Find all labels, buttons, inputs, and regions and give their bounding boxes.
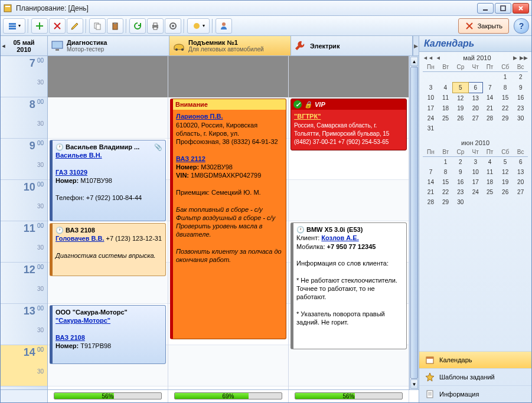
svg-rect-0 bbox=[4, 5, 11, 12]
edit-button[interactable] bbox=[67, 18, 83, 34]
grid-col-2[interactable]: ✓🔒VIP "ВГТРК" Россия, Самарская область,… bbox=[289, 56, 409, 389]
grid-col-1[interactable]: Внимание Ларионов П.В. 610020, Россия, К… bbox=[168, 56, 289, 389]
column-header-2[interactable]: Электрик bbox=[291, 36, 413, 55]
scroll-down-button[interactable]: ▼ bbox=[410, 379, 418, 389]
delete-button[interactable] bbox=[49, 18, 66, 34]
toolbar: ▾ ▾ Закрыть ? bbox=[1, 16, 531, 36]
print-button[interactable] bbox=[147, 18, 164, 34]
progress-row: 56% 69% 56% bbox=[1, 389, 419, 402]
column-1-title: Подъемник №1 bbox=[188, 39, 264, 46]
column-header-1[interactable]: Подъемник №1Для легковых автомобилей bbox=[169, 36, 291, 55]
cal-day-today[interactable]: 6 bbox=[468, 82, 482, 93]
appt-car-link[interactable]: ВАЗ 2112 bbox=[176, 155, 205, 162]
appt-vip[interactable]: ✓🔒VIP "ВГТРК" Россия, Самарская область,… bbox=[291, 99, 407, 150]
side-panel: Календарь ◄◄ ◄ май 2010 ▶ ▶▶ ПнВтСрЧтПтС… bbox=[419, 36, 531, 402]
clip-icon: 📎 bbox=[154, 143, 162, 151]
app-icon bbox=[3, 4, 12, 13]
svg-rect-2 bbox=[483, 9, 488, 11]
column-2-title: Электрик bbox=[310, 42, 340, 50]
scroll-thumb[interactable] bbox=[410, 67, 418, 379]
svg-rect-26 bbox=[428, 394, 432, 394]
refresh-button[interactable] bbox=[129, 18, 146, 34]
mini-calendar-jun: июн 2010 ПнВтСрЧтПтСбВс 123456 789101112… bbox=[419, 137, 531, 211]
next-resource-button[interactable]: ▶ bbox=[413, 36, 419, 55]
svg-rect-13 bbox=[154, 27, 157, 30]
lock-icon: 🔒 bbox=[304, 100, 312, 109]
svg-rect-23 bbox=[426, 357, 433, 359]
appt-car-link[interactable]: ВАЗ 2108 bbox=[56, 334, 85, 341]
paste-button[interactable] bbox=[107, 18, 123, 34]
svg-rect-18 bbox=[52, 41, 63, 48]
new-button[interactable] bbox=[31, 18, 48, 34]
svg-rect-25 bbox=[428, 392, 432, 393]
column-0-title: Диагностика bbox=[67, 39, 107, 46]
side-item-templates[interactable]: Шаблоны заданий bbox=[419, 368, 531, 385]
scheduler-header: ◄ 05 май 2010 ДиагностикаМотор-тестер По… bbox=[1, 36, 419, 56]
svg-rect-8 bbox=[96, 24, 100, 30]
column-header-0[interactable]: ДиагностикаМотор-тестер bbox=[48, 36, 169, 55]
svg-rect-10 bbox=[114, 22, 116, 24]
app-window: Планирование: [День] ▾ ▾ Закрыть ? bbox=[0, 0, 532, 403]
close-button[interactable]: Закрыть bbox=[458, 18, 509, 34]
copy-button[interactable] bbox=[89, 18, 106, 34]
svg-point-15 bbox=[172, 25, 174, 27]
wrench-icon bbox=[293, 39, 308, 53]
appt-bmw[interactable]: 🕐BMW X5 3.0i (E53) Клиент: Козлов А.Е. М… bbox=[291, 222, 407, 349]
vertical-scrollbar[interactable]: ▲ ▼ bbox=[409, 56, 419, 389]
svg-rect-5 bbox=[9, 25, 16, 27]
svg-point-16 bbox=[194, 23, 200, 29]
side-item-calendar[interactable]: Календарь bbox=[419, 351, 531, 368]
clock-icon: 🕐 bbox=[296, 225, 305, 234]
appt-client-link[interactable]: Головачев В.В. bbox=[56, 235, 104, 242]
cal-prev-button[interactable]: ◄ bbox=[436, 55, 441, 61]
cal-next-button[interactable]: ▶ bbox=[513, 55, 517, 61]
appt-client-link[interactable]: "Сакура-Моторс" bbox=[56, 317, 110, 324]
svg-rect-1 bbox=[5, 6, 10, 7]
grid-col-0[interactable]: 🕐Васильев Владимир ...📎 Васильев В.Н. ГА… bbox=[48, 56, 168, 389]
appt-client-link[interactable]: Васильев В.Н. bbox=[56, 152, 102, 159]
appt-vaz2108[interactable]: 🕐ВАЗ 2108 Головачев В.В. +7 (123) 123-12… bbox=[50, 223, 166, 276]
color-button[interactable]: ▾ bbox=[187, 18, 210, 34]
progress-2: 56% bbox=[295, 392, 403, 399]
cal-day-selected[interactable]: 5 bbox=[452, 82, 468, 93]
cal-first-button[interactable]: ◄◄ bbox=[423, 55, 433, 61]
settings-button[interactable] bbox=[165, 18, 181, 34]
svg-rect-3 bbox=[501, 6, 505, 11]
window-title: Планирование: [День] bbox=[16, 4, 477, 12]
window-buttons bbox=[477, 3, 529, 14]
svg-rect-12 bbox=[154, 23, 157, 25]
column-1-subtitle: Для легковых автомобилей bbox=[188, 46, 264, 53]
cal-may-table: ПнВтСрЧтПтСбВс 12 3456789 10111213141516… bbox=[423, 63, 528, 133]
prev-day-button[interactable]: ◄ bbox=[1, 37, 6, 55]
progress-0: 56% bbox=[54, 392, 162, 399]
clock-icon: 🕐 bbox=[56, 143, 64, 151]
svg-rect-4 bbox=[9, 23, 16, 25]
cal-last-button[interactable]: ▶▶ bbox=[520, 55, 528, 61]
help-button[interactable]: ? bbox=[514, 18, 529, 34]
appt-sakura[interactable]: ООО "Сакура-Моторс" "Сакура-Моторс" ВАЗ … bbox=[50, 305, 166, 364]
appt-client-link[interactable]: Ларионов П.В. bbox=[176, 113, 223, 120]
appt-vasiliev[interactable]: 🕐Васильев Владимир ...📎 Васильев В.Н. ГА… bbox=[50, 140, 166, 221]
appt-car-link[interactable]: ГАЗ 31029 bbox=[56, 169, 87, 176]
appt-client-link[interactable]: "ВГТРК" bbox=[294, 113, 321, 120]
cal-jun-table: ПнВтСрЧтПтСбВс 123456 78910111213 141516… bbox=[423, 148, 528, 207]
svg-point-20 bbox=[175, 48, 178, 51]
maximize-button[interactable] bbox=[495, 3, 511, 14]
monitor-icon bbox=[50, 39, 64, 53]
titlebar: Планирование: [День] bbox=[1, 1, 531, 16]
close-window-button[interactable] bbox=[513, 3, 529, 14]
side-nav: Календарь Шаблоны заданий Информация bbox=[419, 351, 531, 402]
scroll-up-button[interactable]: ▲ bbox=[410, 57, 418, 66]
check-icon: ✓ bbox=[293, 100, 302, 109]
side-item-info[interactable]: Информация bbox=[419, 385, 531, 402]
minimize-button[interactable] bbox=[477, 3, 494, 14]
star-icon bbox=[425, 372, 435, 382]
mini-calendar-may: ◄◄ ◄ май 2010 ▶ ▶▶ ПнВтСрЧтПтСбВс 12 345… bbox=[419, 52, 531, 137]
progress-1: 69% bbox=[174, 392, 282, 399]
user-button[interactable] bbox=[216, 18, 232, 34]
close-button-label: Закрыть bbox=[478, 22, 502, 30]
appt-client-link[interactable]: Козлов А.Е. bbox=[321, 234, 358, 241]
document-icon bbox=[425, 389, 435, 399]
appt-attention[interactable]: Внимание Ларионов П.В. 610020, Россия, К… bbox=[170, 99, 286, 339]
view-button[interactable]: ▾ bbox=[3, 18, 25, 34]
